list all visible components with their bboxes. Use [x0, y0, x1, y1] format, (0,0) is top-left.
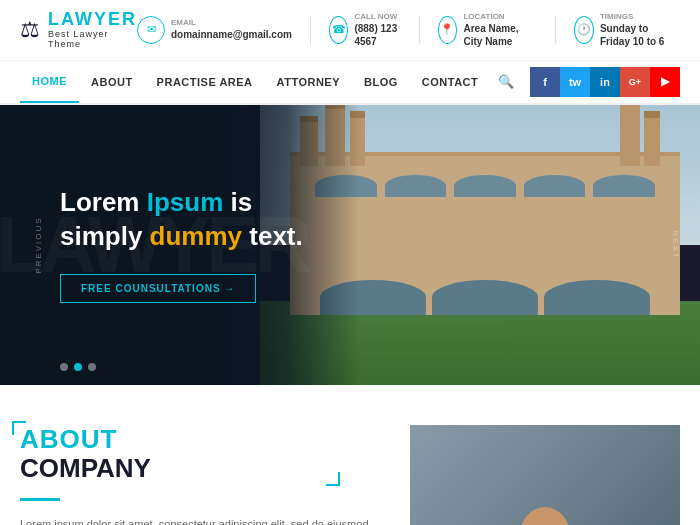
youtube-icon[interactable]: ▶ — [650, 67, 680, 97]
location-icon: 📍 — [438, 16, 458, 44]
contact-email: ✉ Email domainname@gmail.com — [137, 16, 292, 44]
bracket-tl — [12, 421, 26, 435]
about-image — [410, 425, 680, 525]
contact-phone: ☎ CALL NOW (888) 123 4567 — [329, 12, 401, 48]
facebook-icon[interactable]: f — [530, 67, 560, 97]
timings-label: TIMINGS — [600, 12, 680, 22]
email-icon: ✉ — [137, 16, 165, 44]
slider-dot-2[interactable] — [74, 363, 82, 371]
about-title: COMPANY — [20, 453, 370, 484]
about-section: B ABOUT COMPANY Lorem ipsum dolor sit am… — [0, 385, 700, 525]
hero-text-4: text. — [242, 221, 303, 251]
header-contacts: ✉ Email domainname@gmail.com ☎ CALL NOW … — [137, 12, 680, 48]
hero-section: LAWYER Lorem Ipsum is simply dummy text.… — [0, 105, 700, 385]
nav-contact[interactable]: CONTACT — [410, 62, 490, 102]
divider-3 — [555, 16, 556, 44]
logo[interactable]: ⚖ LAWYER Best Lawyer Theme — [20, 10, 137, 50]
logo-title: LAWYER — [48, 10, 137, 30]
phone-label: CALL NOW — [354, 12, 400, 22]
about-left: B ABOUT COMPANY Lorem ipsum dolor sit am… — [20, 425, 380, 525]
cta-button[interactable]: FREE COUNSULTATIONS → — [60, 274, 256, 303]
location-label: LOCATION — [463, 12, 537, 22]
svg-point-4 — [520, 507, 570, 525]
slider-dot-1[interactable] — [60, 363, 68, 371]
person-photo — [410, 425, 680, 525]
googleplus-icon[interactable]: G+ — [620, 67, 650, 97]
hero-text-2: is — [223, 187, 252, 217]
slider-dot-3[interactable] — [88, 363, 96, 371]
logo-text: LAWYER Best Lawyer Theme — [48, 10, 137, 50]
phone-icon: ☎ — [329, 16, 349, 44]
divider-1 — [310, 16, 311, 44]
email-label: Email — [171, 18, 292, 28]
bracket-br — [326, 472, 340, 486]
about-tag: ABOUT — [20, 425, 370, 454]
about-border — [20, 498, 60, 501]
divider-2 — [419, 16, 420, 44]
nav-about[interactable]: ABOUT — [79, 62, 145, 102]
location-value: Area Name, City Name — [463, 22, 537, 48]
email-info: Email domainname@gmail.com — [171, 18, 292, 41]
navbar: HOME ABOUT PRACTISE AREA ATTORNEY BLOG C… — [0, 61, 700, 105]
prev-label[interactable]: PREVIOUS — [34, 216, 43, 273]
next-label[interactable]: NEXT — [671, 230, 680, 259]
timings-info: TIMINGS Sunday to Friday 10 to 6 — [600, 12, 680, 48]
hero-highlight-2: dummy — [150, 221, 242, 251]
hero-highlight-1: Ipsum — [147, 187, 224, 217]
nav-home[interactable]: HOME — [20, 61, 79, 103]
phone-info: CALL NOW (888) 123 4567 — [354, 12, 400, 48]
logo-tagline: Best Lawyer Theme — [48, 30, 137, 50]
contact-location: 📍 LOCATION Area Name, City Name — [438, 12, 538, 48]
twitter-icon[interactable]: tw — [560, 67, 590, 97]
hero-text-1: Lorem — [60, 187, 147, 217]
header-top: ⚖ LAWYER Best Lawyer Theme ✉ Email domai… — [0, 0, 700, 61]
phone-value: (888) 123 4567 — [354, 22, 400, 48]
timings-value: Sunday to Friday 10 to 6 — [600, 22, 680, 48]
hero-text-3: simply — [60, 221, 150, 251]
nav-blog[interactable]: BLOG — [352, 62, 410, 102]
email-value: domainname@gmail.com — [171, 28, 292, 41]
about-heading-wrapper: ABOUT COMPANY — [20, 425, 370, 485]
search-icon[interactable]: 🔍 — [490, 74, 522, 89]
hero-content: Lorem Ipsum is simply dummy text. FREE C… — [0, 105, 340, 385]
nav-links: HOME ABOUT PRACTISE AREA ATTORNEY BLOG C… — [20, 61, 522, 103]
logo-icon: ⚖ — [20, 17, 40, 43]
nav-practise[interactable]: PRACTISE AREA — [145, 62, 265, 102]
about-text: Lorem ipsum dolor sit amet, consectetur … — [20, 515, 370, 525]
nav-attorney[interactable]: ATTORNEY — [265, 62, 353, 102]
hero-title: Lorem Ipsum is simply dummy text. — [60, 186, 310, 254]
slider-dots — [60, 363, 96, 371]
contact-timings: 🕐 TIMINGS Sunday to Friday 10 to 6 — [574, 12, 680, 48]
timings-icon: 🕐 — [574, 16, 594, 44]
social-icons: f tw in G+ ▶ — [530, 67, 680, 97]
location-info: LOCATION Area Name, City Name — [463, 12, 537, 48]
linkedin-icon[interactable]: in — [590, 67, 620, 97]
